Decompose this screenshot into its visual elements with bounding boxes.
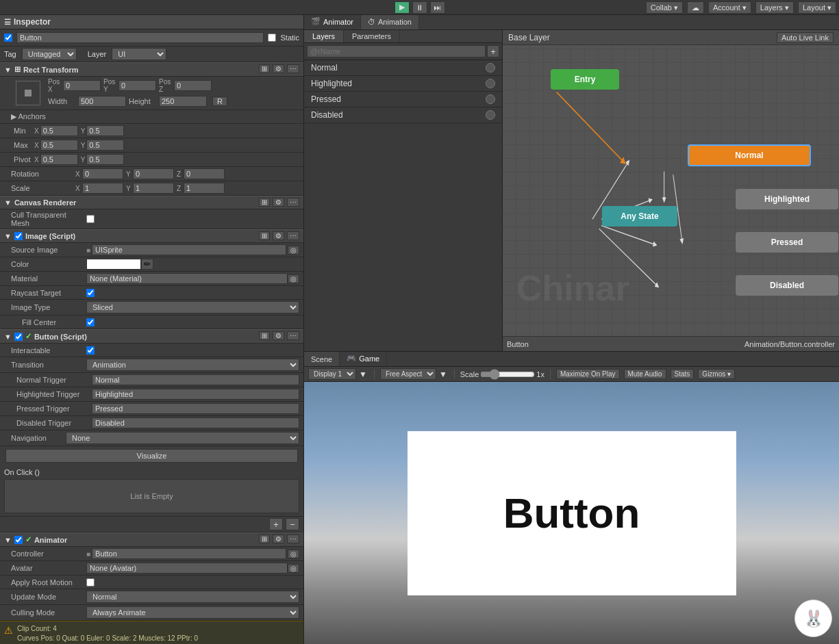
- object-name-input[interactable]: [16, 32, 264, 43]
- visualize-button[interactable]: Visualize: [5, 449, 298, 463]
- tab-animator[interactable]: 🎬 Animator: [304, 15, 361, 29]
- tag-dropdown[interactable]: Untagged: [22, 48, 77, 60]
- layers-dropdown[interactable]: Layers ▾: [755, 1, 794, 14]
- image-script-more-btn[interactable]: ⋯: [287, 231, 299, 240]
- anim-item-pressed[interactable]: Pressed: [304, 92, 502, 107]
- highlighted-trigger-input[interactable]: [92, 389, 299, 400]
- collab-dropdown[interactable]: Collab ▾: [646, 1, 683, 14]
- anim-item-normal[interactable]: Normal: [304, 60, 502, 76]
- apply-root-checkbox[interactable]: [86, 578, 95, 587]
- object-enabled-checkbox[interactable]: [4, 34, 12, 42]
- controller-picker[interactable]: ◎: [288, 550, 299, 558]
- static-checkbox[interactable]: [268, 34, 276, 42]
- scale-slider[interactable]: [480, 369, 535, 380]
- scale-x[interactable]: [82, 183, 123, 194]
- gizmos-btn[interactable]: Gizmos ▾: [698, 369, 735, 379]
- state-pressed[interactable]: Pressed: [736, 232, 838, 253]
- anim-item-highlighted[interactable]: Highlighted: [304, 76, 502, 92]
- auto-live-btn[interactable]: Auto Live Link: [777, 32, 834, 43]
- step-button[interactable]: ⏭: [430, 1, 445, 14]
- animator-settings[interactable]: ⚙: [273, 534, 284, 543]
- avatar-picker[interactable]: ◎: [288, 564, 299, 573]
- rect-transform-menu-btn[interactable]: ⊞: [259, 64, 270, 73]
- pos-x-input[interactable]: [63, 80, 101, 91]
- rect-transform-settings-btn[interactable]: ⚙: [273, 64, 284, 73]
- state-normal[interactable]: Normal: [688, 144, 811, 166]
- canvas-renderer-settings-btn[interactable]: ⚙: [273, 198, 284, 207]
- interactable-checkbox[interactable]: [86, 346, 95, 355]
- pause-button[interactable]: ⏸: [412, 1, 427, 14]
- rect-transform-more-btn[interactable]: ⋯: [287, 64, 299, 73]
- animator-enabled[interactable]: [14, 536, 23, 544]
- layout-dropdown[interactable]: Layout ▾: [798, 1, 836, 14]
- r-button[interactable]: R: [212, 96, 227, 106]
- tab-scene[interactable]: Scene: [304, 352, 340, 366]
- scale-item: Scale 1x: [460, 369, 544, 380]
- image-type-dropdown[interactable]: Sliced: [86, 301, 299, 313]
- btn-script-menu[interactable]: ⊞: [259, 331, 270, 340]
- anim-search-input[interactable]: [307, 45, 486, 57]
- layers-tab[interactable]: Layers: [304, 30, 344, 42]
- anim-item-disabled[interactable]: Disabled: [304, 107, 502, 123]
- disabled-trigger-input[interactable]: [92, 417, 299, 428]
- animator-more[interactable]: ⋯: [287, 534, 299, 543]
- rot-y[interactable]: [133, 168, 174, 179]
- pos-z-input[interactable]: [174, 80, 212, 91]
- pos-y-input[interactable]: [118, 80, 156, 91]
- image-script-enabled[interactable]: [14, 232, 23, 240]
- anchor-max-y[interactable]: [86, 140, 124, 151]
- parameters-tab[interactable]: Parameters: [344, 30, 400, 42]
- rot-z[interactable]: [184, 168, 225, 179]
- width-input[interactable]: [78, 96, 126, 107]
- button-script-enabled[interactable]: [14, 333, 23, 341]
- tab-game[interactable]: 🎮 Game: [340, 352, 387, 366]
- mute-btn[interactable]: Mute Audio: [624, 369, 666, 379]
- material-picker[interactable]: ◎: [288, 274, 299, 283]
- normal-trigger-input[interactable]: [92, 374, 299, 385]
- canvas-renderer-menu-btn[interactable]: ⊞: [259, 198, 270, 207]
- layer-dropdown[interactable]: UI: [112, 48, 166, 60]
- aspect-dropdown[interactable]: Free Aspect: [380, 368, 436, 380]
- maximize-btn[interactable]: Maximize On Play: [556, 369, 620, 379]
- source-image-picker[interactable]: ◎: [288, 246, 299, 255]
- cull-checkbox[interactable]: [86, 215, 95, 223]
- btn-script-settings[interactable]: ⚙: [273, 331, 284, 340]
- anim-add-btn[interactable]: +: [487, 45, 499, 57]
- btn-script-more[interactable]: ⋯: [287, 331, 299, 340]
- culling-mode-dropdown[interactable]: Always Animate: [86, 606, 299, 619]
- tab-animation[interactable]: ⏱ Animation: [361, 15, 419, 29]
- state-highlighted[interactable]: Highlighted: [736, 189, 838, 209]
- anchor-min-x[interactable]: [40, 125, 78, 136]
- animator-menu[interactable]: ⊞: [259, 534, 270, 543]
- pivot-x[interactable]: [40, 154, 78, 165]
- fill-center-checkbox[interactable]: [86, 318, 95, 326]
- pressed-trigger-input[interactable]: [92, 403, 299, 414]
- color-field[interactable]: [86, 259, 141, 270]
- list-remove-btn[interactable]: −: [286, 518, 299, 530]
- state-entry[interactable]: Entry: [551, 69, 619, 90]
- transition-dropdown[interactable]: Animation: [86, 359, 299, 371]
- state-disabled[interactable]: Disabled: [736, 275, 838, 296]
- stats-btn[interactable]: Stats: [671, 369, 694, 379]
- state-any-state[interactable]: Any State: [602, 206, 677, 227]
- scale-z[interactable]: [184, 183, 225, 194]
- cloud-button[interactable]: ☁: [687, 1, 704, 14]
- image-script-settings-btn[interactable]: ⚙: [273, 231, 284, 240]
- update-mode-dropdown[interactable]: Normal: [86, 591, 299, 603]
- list-add-btn[interactable]: +: [269, 518, 283, 530]
- anchor-max-x[interactable]: [40, 140, 78, 151]
- rot-x[interactable]: [82, 168, 123, 179]
- raycast-checkbox[interactable]: [86, 289, 95, 297]
- navigation-dropdown[interactable]: None: [66, 432, 299, 444]
- height-input[interactable]: [159, 96, 207, 107]
- pivot-y[interactable]: [86, 154, 124, 165]
- canvas-renderer-more-btn[interactable]: ⋯: [287, 198, 299, 207]
- anchor-min-y[interactable]: [86, 125, 124, 136]
- image-script-menu-btn[interactable]: ⊞: [259, 231, 270, 240]
- graph-canvas[interactable]: Chinar: [503, 45, 839, 336]
- display-dropdown[interactable]: Display 1: [308, 368, 356, 380]
- play-button[interactable]: ▶: [395, 1, 410, 14]
- color-picker-btn[interactable]: ✏: [141, 259, 153, 270]
- account-dropdown[interactable]: Account ▾: [708, 1, 751, 14]
- scale-y[interactable]: [133, 183, 174, 194]
